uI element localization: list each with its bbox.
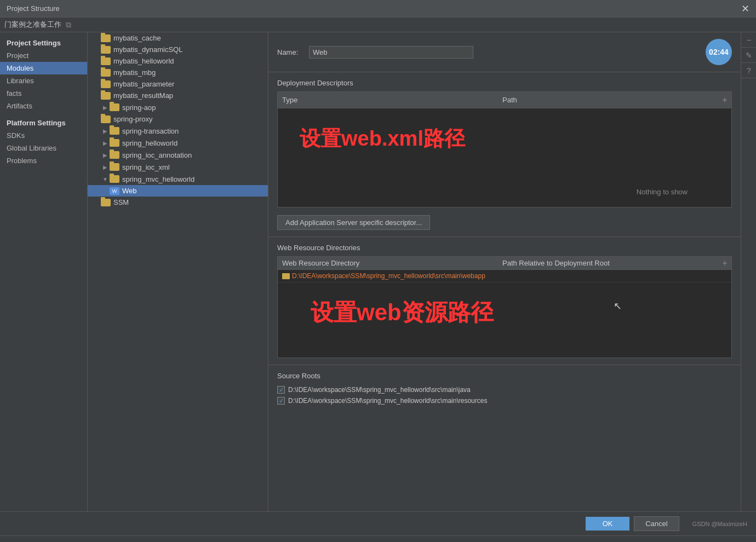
tree-item-spring-ioc-annotation[interactable]: ▶ spring_ioc_annotation [88, 149, 268, 161]
folder-icon [110, 103, 119, 111]
tree-item-label: mybatis_helloworld [113, 57, 174, 65]
folder-icon [101, 34, 111, 42]
folder-icon [101, 46, 111, 54]
bottom-bar: OK Cancel GSDN @MaximizeH [0, 511, 756, 535]
breadcrumb-text: 门案例之准备工作 [4, 20, 61, 30]
folder-icon [110, 139, 119, 147]
tree-item-mybatis-resultmap[interactable]: mybatis_resultMap [88, 90, 268, 101]
tree-item-label: spring_ioc_xml [122, 163, 170, 171]
tree-item-spring-mvc-helloworld[interactable]: ▼ spring_mvc_helloworld [88, 173, 268, 185]
tree-item-ssm[interactable]: SSM [88, 197, 268, 208]
arrow-icon: ▶ [101, 139, 110, 147]
tree-item-spring-ioc-xml[interactable]: ▶ spring_ioc_xml [88, 161, 268, 173]
sidebar-item-global-libraries[interactable]: Global Libraries [0, 142, 87, 154]
cancel-button[interactable]: Cancel [634, 516, 679, 531]
name-input[interactable] [309, 46, 473, 59]
deployment-descriptors-body: 设置web.xml路径 Nothing to show [278, 108, 731, 207]
project-structure-dialog: Project Structure ✕ 门案例之准备工作 ⧉ Project S… [0, 0, 756, 542]
tree-item-mybatis-mbg[interactable]: mybatis_mbg [88, 67, 268, 78]
deployment-descriptors-section: Deployment Descriptors Type Path + 设置web… [268, 72, 741, 237]
folder-icon [101, 57, 111, 65]
tree-item-label: spring_ioc_annotation [122, 151, 192, 159]
web-resource-dirs-table: Web Resource Directory Path Relative to … [277, 256, 732, 358]
name-row: Name: 02:44 [268, 32, 741, 72]
wd-table-row: D:\IDEA\workspace\SSM\spring_mvc_hellowo… [278, 270, 731, 282]
wd-table-body: D:\IDEA\workspace\SSM\spring_mvc_hellowo… [278, 270, 731, 358]
wd-table-header: Web Resource Directory Path Relative to … [278, 257, 731, 270]
add-wd-button[interactable]: + [718, 257, 731, 269]
name-label: Name: [277, 48, 305, 56]
tree-item-mybatis-cache[interactable]: mybatis_cache [88, 32, 268, 44]
copy-icon[interactable]: ⧉ [66, 20, 71, 30]
timer-badge: 02:44 [706, 39, 732, 65]
tree-item-label: mybatis_mbg [113, 68, 156, 77]
source-checkbox-java[interactable] [277, 386, 285, 394]
cursor-indicator: ↖ [614, 300, 622, 312]
action-btn-1[interactable]: − [741, 32, 756, 48]
close-button[interactable]: ✕ [741, 4, 749, 14]
tree-item-spring-aop[interactable]: ▶ spring-aop [88, 101, 268, 113]
source-roots-title: Source Roots [277, 372, 732, 380]
tree-item-label: Web [122, 187, 137, 195]
folder-icon [101, 92, 111, 100]
folder-icon [110, 151, 119, 159]
folder-icon [101, 116, 111, 123]
watermark-text: GSDN @MaximizeH [692, 521, 747, 527]
source-path-resources: D:\IDEA\workspace\SSM\spring_mvc_hellowo… [288, 397, 487, 405]
tree-item-label: spring-proxy [113, 115, 153, 123]
wd-folder-icon [282, 273, 290, 279]
sidebar-item-platform-settings[interactable]: Platform Settings [0, 117, 87, 129]
arrow-icon: ▶ [101, 163, 110, 171]
arrow-icon: ▶ [101, 151, 110, 159]
dialog-titlebar: Project Structure ✕ [0, 0, 756, 18]
tree-item-mybatis-helloworld[interactable]: mybatis_helloworld [88, 55, 268, 67]
folder-icon [101, 199, 111, 206]
sidebar-item-modules[interactable]: Modules [0, 62, 87, 74]
ok-button[interactable]: OK [586, 517, 629, 531]
sidebar-item-sdks[interactable]: SDKs [0, 129, 87, 142]
sidebar-item-libraries[interactable]: Libraries [0, 74, 87, 87]
tree-item-mybatis-parameter[interactable]: mybatis_parameter [88, 78, 268, 90]
sidebar-item-artifacts[interactable]: Artifacts [0, 100, 87, 112]
folder-icon [101, 69, 111, 77]
resource-path-annotation: 设置web资源路径 [311, 297, 494, 328]
tree-item-label: SSM [113, 198, 129, 206]
scroll-area[interactable] [0, 535, 756, 542]
arrow-icon: ▶ [101, 126, 110, 135]
wd-column-header: Web Resource Directory [278, 257, 498, 269]
tree-item-spring-transaction[interactable]: ▶ spring-transaction [88, 125, 268, 137]
source-roots-section: Source Roots D:\IDEA\workspace\SSM\sprin… [268, 365, 741, 413]
tree-item-spring-helloworld[interactable]: ▶ spring_helloworld [88, 137, 268, 149]
tree-item-spring-proxy[interactable]: spring-proxy [88, 113, 268, 125]
dialog-content: Project Settings Project Modules Librari… [0, 32, 756, 511]
right-panel: Name: 02:44 Deployment Descriptors Type … [268, 32, 741, 511]
folder-icon [110, 163, 119, 171]
wd-directory-path: D:\IDEA\workspace\SSM\spring_mvc_hellowo… [292, 272, 485, 280]
sidebar-item-problems[interactable]: Problems [0, 154, 87, 167]
dialog-title: Project Structure [7, 4, 741, 13]
add-server-button[interactable]: Add Application Server specific descript… [277, 215, 430, 230]
tree-item-web[interactable]: W Web [88, 185, 268, 197]
xml-path-annotation: 设置web.xml路径 [300, 125, 465, 153]
arrow-icon: ▼ [101, 175, 110, 183]
table-header: Type Path + [278, 92, 731, 108]
sidebar-item-project[interactable]: Project [0, 49, 87, 62]
source-checkbox-resources[interactable] [277, 397, 285, 405]
sidebar-item-facets[interactable]: facts [0, 87, 87, 100]
tree-panel: mybatis_cache mybatis_dynamicSQL mybatis… [88, 32, 268, 511]
tree-item-label: spring-transaction [122, 127, 179, 135]
source-row-java: D:\IDEA\workspace\SSM\spring_mvc_hellowo… [277, 384, 732, 395]
action-btn-help[interactable]: ? [741, 63, 756, 78]
action-btn-edit[interactable]: ✎ [741, 48, 756, 63]
add-descriptor-button[interactable]: + [718, 94, 731, 106]
source-row-resources: D:\IDEA\workspace\SSM\spring_mvc_hellowo… [277, 395, 732, 406]
tree-item-label: spring_helloworld [122, 139, 177, 147]
web-module-icon: W [110, 187, 119, 195]
wd-directory-cell: D:\IDEA\workspace\SSM\spring_mvc_hellowo… [282, 272, 505, 280]
right-actions-panel: − ✎ ? [741, 32, 756, 511]
tree-item-mybatis-dynamicsql[interactable]: mybatis_dynamicSQL [88, 44, 268, 55]
tree-item-label: mybatis_resultMap [113, 91, 173, 100]
web-resource-dirs-section: Web Resource Directories Web Resource Di… [268, 237, 741, 365]
folder-icon [110, 175, 119, 183]
sidebar-item-project-settings[interactable]: Project Settings [0, 37, 87, 49]
